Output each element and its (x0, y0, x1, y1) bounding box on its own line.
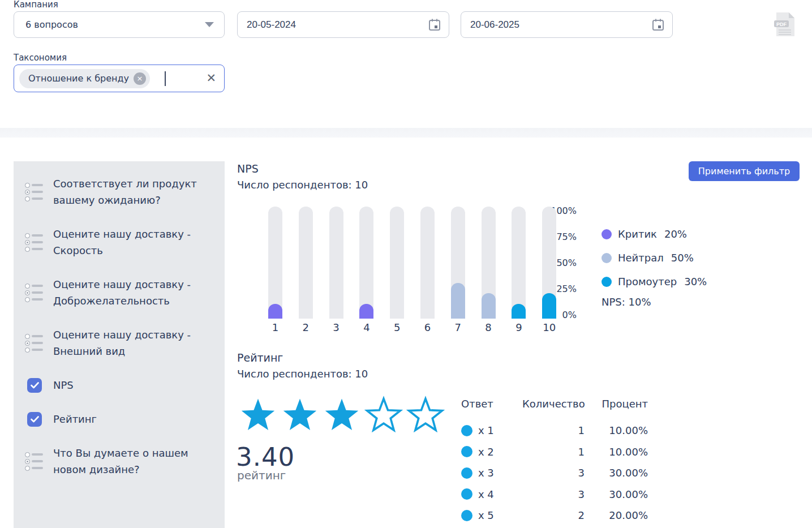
sidebar-item-label: Рейтинг (53, 411, 214, 427)
bar-fill (451, 283, 465, 319)
answer-dot-icon (461, 425, 472, 436)
answer-label: x 5 (478, 509, 494, 521)
multiple-choice-list-icon (25, 233, 44, 252)
sidebar-item-question[interactable]: Оцените нашу доставку - Скорость (25, 226, 214, 259)
sidebar-item-label: Соответствует ли продукт вашему ожиданию… (53, 175, 214, 208)
multiple-choice-list-icon (25, 183, 44, 201)
export-pdf-icon[interactable]: PDF (773, 11, 797, 40)
calendar-icon[interactable] (428, 18, 441, 32)
answer-cell: x 3 (461, 467, 522, 479)
bars-area: 1 2 3 4 5 6 7 8 (268, 207, 556, 333)
sidebar-item-question[interactable]: Соответствует ли продукт вашему ожиданию… (25, 175, 214, 208)
legend-value: 50% (671, 252, 694, 264)
x-axis-label: 1 (272, 321, 278, 333)
star-rating (238, 395, 445, 436)
answer-dot-icon (461, 510, 472, 521)
bar-track (268, 207, 282, 319)
percent-cell: 10.00% (585, 446, 648, 458)
taxonomy-chip: Отношение к бренду × (19, 69, 150, 88)
bar-track (542, 207, 556, 319)
taxonomy-input[interactable]: Отношение к бренду × ✕ (14, 65, 225, 92)
col-percent: Процент (585, 398, 648, 410)
nps-score: NPS: 10% (602, 296, 651, 308)
table-row: x 5 2 20.00% (461, 505, 648, 526)
question-sidebar: Соответствует ли продукт вашему ожиданию… (14, 161, 225, 528)
answer-label: x 2 (478, 446, 494, 458)
checked-checkbox-icon[interactable] (27, 378, 42, 393)
bar-column: 1 (268, 207, 282, 333)
x-axis-label: 6 (424, 321, 431, 333)
rating-table: Ответ Количество Процент x 1 1 10.00% x … (461, 398, 648, 526)
col-answer: Ответ (461, 398, 522, 410)
checked-checkbox-icon[interactable] (27, 412, 42, 427)
table-row: x 1 1 10.00% (461, 420, 648, 441)
bar-fill (542, 293, 556, 319)
bar-track (390, 207, 404, 319)
bar-fill (359, 304, 373, 319)
calendar-icon[interactable] (652, 18, 664, 32)
taxonomy-chip-label: Отношение к бренду (28, 73, 129, 84)
sidebar-item-question[interactable]: Оцените нашу доставку - Доброжелательнос… (25, 276, 214, 309)
x-axis-label: 10 (543, 321, 556, 333)
nps-respondents-count: Число респондентов: 10 (237, 179, 368, 191)
star-icon (280, 395, 320, 436)
date-from-value: 20-05-2024 (247, 19, 296, 31)
count-cell: 1 (522, 424, 585, 436)
section-divider (0, 128, 812, 138)
answer-dot-icon (461, 446, 472, 457)
sidebar-item-question[interactable]: NPS (25, 377, 214, 393)
sidebar-item-question[interactable]: Рейтинг (25, 411, 214, 427)
legend-label: Промоутер (618, 276, 677, 287)
percent-cell: 30.00% (585, 467, 648, 479)
bar-track (451, 207, 465, 319)
sidebar-item-label: NPS (53, 377, 214, 393)
apply-filter-button[interactable]: Применить фильтр (689, 161, 800, 181)
clear-taxonomy-icon[interactable]: ✕ (206, 72, 216, 84)
col-count: Количество (522, 398, 585, 410)
x-axis-label: 9 (515, 321, 522, 333)
sidebar-item-question[interactable]: Что Вы думаете о нашем новом дизайне? (25, 445, 214, 478)
x-axis-label: 3 (333, 321, 339, 333)
bar-column: 5 (390, 207, 404, 333)
date-to-value: 20-06-2025 (470, 19, 519, 31)
sidebar-item-question[interactable]: Оцените нашу доставку - Внешний вид (25, 327, 214, 359)
x-axis-label: 5 (394, 321, 400, 333)
bar-column: 6 (420, 207, 435, 333)
answer-dot-icon (461, 488, 472, 500)
bar-track (299, 207, 313, 319)
percent-cell: 20.00% (585, 509, 648, 521)
campaign-select[interactable]: 6 вопросов (14, 11, 225, 38)
legend-label: Нейтрал (618, 252, 664, 264)
bar-column: 9 (512, 207, 526, 333)
rating-respondents-count: Число респондентов: 10 (237, 368, 368, 380)
sidebar-item-label: Оцените нашу доставку - Доброжелательнос… (53, 276, 214, 309)
bar-column: 7 (451, 207, 465, 333)
x-axis-label: 2 (303, 321, 309, 333)
star-icon (238, 395, 278, 436)
answer-cell: x 4 (461, 488, 522, 500)
legend-label: Критик (618, 228, 657, 240)
x-axis-label: 7 (455, 321, 461, 333)
answer-cell: x 2 (461, 446, 522, 458)
legend-item: Нейтрал 50% (602, 252, 707, 264)
star-icon (322, 395, 362, 436)
bar-track (482, 207, 496, 319)
date-from-input[interactable]: 20-05-2024 (237, 11, 449, 38)
table-row: x 2 1 10.00% (461, 441, 648, 463)
date-to-input[interactable]: 20-06-2025 (461, 11, 673, 38)
count-cell: 2 (522, 509, 585, 521)
x-axis-label: 8 (485, 321, 491, 333)
nps-section-title: NPS (237, 162, 259, 175)
bar-fill (268, 304, 282, 319)
answer-cell: x 1 (461, 424, 522, 436)
bar-column: 4 (359, 207, 373, 333)
answer-label: x 1 (478, 424, 494, 436)
chip-remove-icon[interactable]: × (134, 72, 146, 85)
bar-fill (512, 304, 526, 319)
legend-dot-icon (602, 277, 612, 287)
campaign-selected-value: 6 вопросов (25, 19, 78, 30)
sidebar-item-label: Оцените нашу доставку - Внешний вид (53, 327, 214, 359)
legend-value: 20% (664, 228, 687, 240)
chevron-down-icon (205, 22, 214, 27)
table-row: x 3 3 30.00% (461, 462, 648, 484)
